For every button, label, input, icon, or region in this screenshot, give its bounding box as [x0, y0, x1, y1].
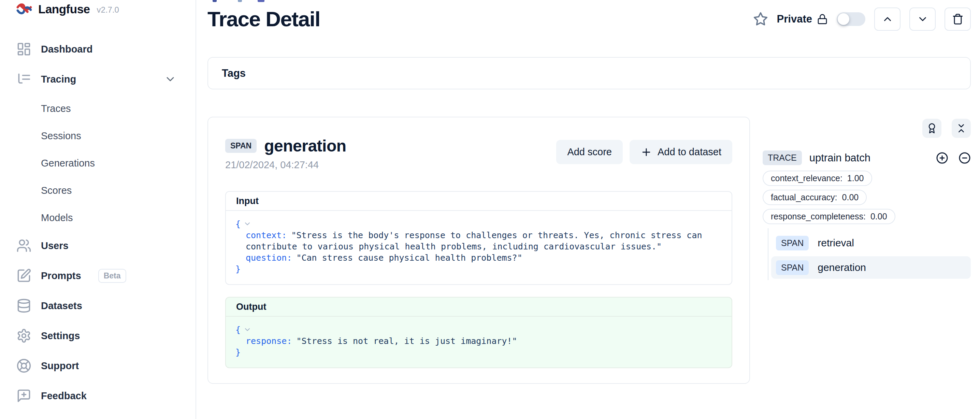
- observation-header: SPAN generation 21/02/2024, 04:27:44 Add…: [225, 137, 732, 170]
- output-box: Output { response:"Stress is not real, i…: [225, 297, 732, 368]
- sidebar-item-label: Support: [41, 360, 79, 371]
- json-close-brace: }: [235, 347, 722, 358]
- sidebar-item-label: Feedback: [41, 390, 87, 401]
- span-type-badge: SPAN: [776, 260, 809, 275]
- trace-name: uptrain batch: [810, 152, 870, 164]
- cut-off-header-fragment: [238, 0, 242, 2]
- observation-name: generation: [264, 137, 346, 155]
- sidebar-item-support[interactable]: Support: [16, 358, 196, 374]
- sidebar-item-prompts[interactable]: Prompts Beta: [16, 268, 196, 284]
- content-row: SPAN generation 21/02/2024, 04:27:44 Add…: [207, 117, 971, 384]
- sidebar-item-label: Dashboard: [41, 44, 92, 55]
- add-score-label: Add score: [567, 147, 612, 158]
- users-icon: [16, 238, 32, 253]
- tree-row-retrieval[interactable]: SPAN retrieval: [771, 232, 971, 254]
- cut-off-header-fragment: [213, 0, 217, 2]
- score-value: 0.00: [870, 212, 887, 221]
- json-value: "Stress is not real, it is just imaginar…: [296, 336, 517, 346]
- chevrons-down-up-icon: [956, 123, 967, 134]
- lock-icon: [817, 14, 828, 25]
- sidebar-item-label: Tracing: [41, 74, 76, 85]
- brand-name: Langfuse: [38, 2, 90, 16]
- trash-icon: [952, 13, 964, 25]
- scores-toggle-button[interactable]: [922, 119, 942, 138]
- score-chip-response-completeness: response_completeness: 0.00: [763, 209, 896, 224]
- sidebar: Langfuse v2.7.0 Dashboard Tracing Traces: [0, 0, 196, 419]
- chevron-down-icon[interactable]: [164, 73, 177, 85]
- tracing-icon: [16, 72, 32, 87]
- score-label: response_completeness:: [771, 212, 866, 221]
- json-open-brace: {: [235, 325, 240, 335]
- star-icon[interactable]: [753, 11, 768, 27]
- score-chip-factual-accuracy: factual_accuracy: 0.00: [763, 190, 867, 205]
- score-value: 0.00: [842, 193, 859, 202]
- score-chip-context-relevance: context_relevance: 1.00: [763, 170, 872, 186]
- page-title: Trace Detail: [207, 7, 320, 31]
- sidebar-item-datasets[interactable]: Datasets: [16, 298, 196, 314]
- json-close-brace: }: [235, 263, 722, 275]
- next-trace-button[interactable]: [909, 8, 935, 31]
- cut-off-header-fragment: [258, 0, 264, 2]
- sidebar-item-traces[interactable]: Traces: [41, 101, 196, 116]
- tags-card[interactable]: Tags: [207, 57, 971, 89]
- sidebar-item-scores[interactable]: Scores: [41, 183, 196, 198]
- add-score-button[interactable]: Add score: [556, 140, 623, 164]
- observation-timestamp: 21/02/2024, 04:27:44: [225, 159, 346, 170]
- observation-tree: SPAN retrieval SPAN generation: [768, 228, 971, 280]
- trace-type-badge: TRACE: [763, 150, 802, 165]
- input-header: Input: [226, 192, 732, 211]
- span-name: retrieval: [818, 237, 854, 249]
- tree-row-generation[interactable]: SPAN generation: [771, 256, 971, 279]
- json-key: context:: [246, 230, 286, 240]
- public-toggle[interactable]: [837, 12, 865, 26]
- sidebar-nav: Dashboard Tracing Traces Sessions Genera…: [16, 41, 196, 404]
- span-type-badge: SPAN: [776, 236, 809, 250]
- life-buoy-icon: [16, 358, 32, 373]
- chevron-down-icon: [917, 13, 929, 25]
- json-open-brace: {: [235, 219, 240, 229]
- previous-trace-button[interactable]: [874, 8, 900, 31]
- prompts-icon: [16, 268, 32, 283]
- logo[interactable]: Langfuse v2.7.0: [16, 2, 196, 17]
- observation-actions: Add score Add to dataset: [556, 140, 732, 164]
- dashboard-icon: [16, 41, 32, 57]
- sidebar-item-tracing[interactable]: Tracing: [16, 71, 196, 88]
- sidebar-item-label: Settings: [41, 330, 80, 341]
- main-content: Trace Detail Private: [196, 0, 980, 419]
- score-label: factual_accuracy:: [771, 193, 837, 202]
- json-open-line: {: [235, 324, 722, 335]
- sidebar-item-label: Prompts: [41, 270, 81, 282]
- json-entry-response: response:"Stress is not real, it is just…: [246, 335, 722, 347]
- expand-all-icon[interactable]: [936, 152, 948, 164]
- sidebar-item-models[interactable]: Models: [41, 210, 196, 225]
- add-to-dataset-button[interactable]: Add to dataset: [630, 140, 732, 164]
- delete-trace-button[interactable]: [945, 8, 971, 31]
- collapse-all-icon[interactable]: [958, 152, 971, 164]
- gear-icon: [16, 328, 32, 343]
- collapse-tree-button[interactable]: [952, 119, 971, 138]
- sidebar-item-dashboard[interactable]: Dashboard: [16, 41, 196, 57]
- app-root: Langfuse v2.7.0 Dashboard Tracing Traces: [0, 0, 980, 419]
- sidebar-item-generations[interactable]: Generations: [41, 156, 196, 170]
- page-header: Trace Detail Private: [207, 7, 971, 31]
- langfuse-knot-icon: [16, 2, 32, 16]
- json-entry-context: context:"Stress is the body's response t…: [246, 229, 722, 252]
- collapse-json-icon[interactable]: [243, 325, 251, 333]
- version-label: v2.7.0: [97, 5, 119, 15]
- json-open-line: {: [235, 218, 722, 229]
- sidebar-item-settings[interactable]: Settings: [16, 328, 196, 344]
- sidebar-item-label: Users: [41, 240, 68, 252]
- trace-root-row[interactable]: TRACE uptrain batch: [763, 150, 971, 165]
- observation-type-badge: SPAN: [225, 139, 256, 153]
- collapse-json-icon[interactable]: [243, 220, 251, 228]
- sidebar-item-feedback[interactable]: Feedback: [16, 388, 196, 404]
- score-value: 1.00: [847, 173, 864, 183]
- observation-card: SPAN generation 21/02/2024, 04:27:44 Add…: [207, 117, 750, 384]
- score-label: context_relevance:: [771, 173, 843, 183]
- sidebar-item-sessions[interactable]: Sessions: [41, 128, 196, 143]
- chevron-up-icon: [882, 13, 893, 25]
- datasets-icon: [16, 298, 32, 313]
- sidebar-item-users[interactable]: Users: [16, 237, 196, 254]
- tags-label: Tags: [222, 67, 246, 80]
- observation-title-block: SPAN generation 21/02/2024, 04:27:44: [225, 137, 346, 170]
